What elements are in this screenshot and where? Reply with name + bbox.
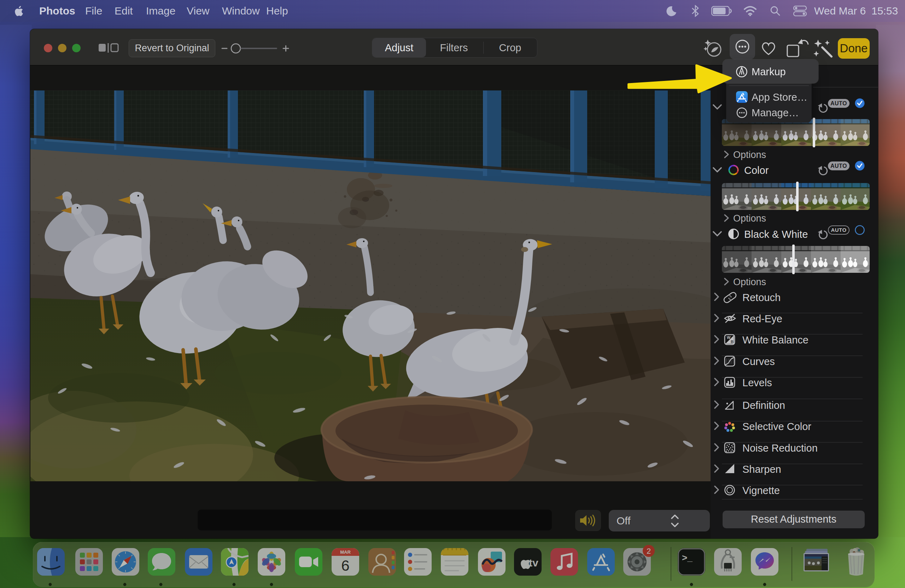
svg-text:Retouch: Retouch: [742, 292, 781, 303]
svg-text:Sharpen: Sharpen: [742, 464, 781, 475]
svg-text:Curves: Curves: [742, 356, 775, 367]
svg-text:AUTO: AUTO: [830, 163, 847, 169]
svg-text:W: W: [727, 335, 731, 339]
svg-text:Options: Options: [733, 213, 766, 223]
svg-text:AUTO: AUTO: [830, 100, 847, 106]
svg-text:White Balance: White Balance: [742, 334, 808, 346]
svg-text:Manage…: Manage…: [752, 107, 799, 118]
svg-text:Noise Reduction: Noise Reduction: [742, 442, 818, 454]
svg-text:B: B: [731, 339, 734, 344]
svg-text:App Store…: App Store…: [752, 92, 807, 103]
svg-text:Black & White: Black & White: [744, 229, 808, 240]
svg-text:Reset Adjustments: Reset Adjustments: [751, 514, 837, 525]
svg-text:Levels: Levels: [742, 377, 772, 388]
svg-text:Options: Options: [733, 277, 766, 287]
svg-text:Red-Eye: Red-Eye: [742, 313, 782, 324]
svg-text:Definition: Definition: [742, 399, 785, 411]
svg-text:Color: Color: [744, 165, 769, 176]
svg-text:Markup: Markup: [752, 66, 786, 78]
svg-text:AUTO: AUTO: [831, 227, 846, 233]
svg-text:Vignette: Vignette: [742, 485, 780, 496]
svg-text:Selective Color: Selective Color: [742, 421, 811, 432]
svg-text:Options: Options: [733, 149, 766, 160]
